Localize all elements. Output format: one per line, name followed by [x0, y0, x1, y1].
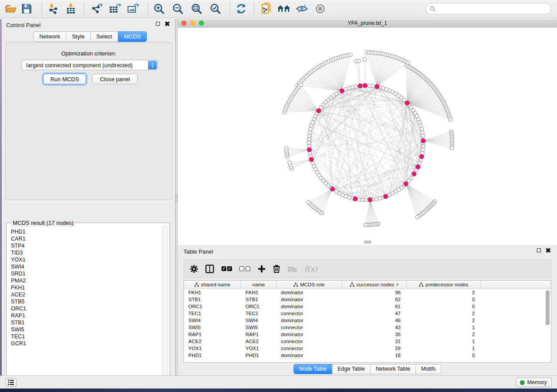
network-node[interactable] — [308, 134, 311, 138]
network-node[interactable] — [288, 161, 291, 164]
mcds-hub-node[interactable] — [307, 148, 311, 152]
network-node[interactable] — [308, 131, 311, 134]
table-row[interactable]: ACE2ACE2connector311 — [184, 338, 551, 345]
network-node[interactable] — [371, 84, 375, 88]
criterion-select[interactable]: largest connected component (undirected)… — [21, 60, 158, 70]
mcds-hub-node[interactable] — [363, 83, 367, 88]
zoom-fit-icon[interactable] — [189, 2, 204, 16]
mcds-result-item[interactable]: SWI4 — [11, 263, 26, 270]
network-node[interactable] — [363, 223, 367, 227]
export-image-icon[interactable] — [126, 2, 141, 16]
network-node[interactable] — [375, 197, 378, 201]
network-node[interactable] — [364, 198, 368, 202]
network-node[interactable] — [415, 215, 419, 219]
network-node[interactable] — [361, 198, 364, 202]
network-node[interactable] — [310, 124, 313, 127]
tab-edge-table[interactable]: Edge Table — [332, 364, 370, 374]
delete-column-trash-icon[interactable] — [273, 265, 280, 273]
network-node[interactable] — [363, 58, 367, 61]
network-node[interactable] — [381, 86, 385, 90]
close-panel-icon[interactable]: ✖ — [545, 248, 551, 252]
close-panel-icon[interactable]: ✖ — [164, 22, 170, 26]
network-node[interactable] — [450, 146, 454, 150]
mcds-hub-node[interactable] — [421, 138, 426, 143]
network-node[interactable] — [347, 86, 351, 90]
network-node[interactable] — [378, 196, 381, 200]
zoom-in-icon[interactable] — [152, 2, 166, 16]
table-row[interactable]: SWI4SWI4dominator462 — [184, 317, 551, 324]
show-panel-eye-icon[interactable] — [313, 2, 328, 16]
houses-icon[interactable] — [277, 2, 291, 16]
refresh-icon[interactable] — [234, 2, 249, 16]
select-all-columns-icon[interactable]: ✓✓ — [221, 266, 232, 271]
mcds-result-item[interactable]: YOX1 — [11, 256, 26, 263]
column-header[interactable]: MCDS role — [277, 281, 342, 289]
zoom-selected-icon[interactable] — [208, 2, 223, 16]
mcds-hub-node[interactable] — [419, 155, 424, 159]
network-node[interactable] — [419, 124, 422, 127]
mcds-result-item[interactable]: SRD1 — [11, 270, 26, 277]
zoom-out-icon[interactable] — [170, 2, 185, 16]
show-task-history-button[interactable] — [5, 378, 17, 387]
unselect-all-columns-icon[interactable] — [239, 266, 250, 271]
column-header[interactable]: name — [241, 281, 277, 289]
network-hscroll-thumb[interactable] — [364, 241, 371, 244]
table-vscroll-thumb[interactable] — [546, 290, 550, 325]
network-node[interactable] — [357, 59, 361, 63]
mcds-hub-node[interactable] — [384, 194, 388, 199]
table-row[interactable]: TEC1TEC1connector472 — [184, 310, 551, 317]
mcds-hub-node[interactable] — [353, 197, 357, 201]
mcds-hub-node[interactable] — [330, 187, 335, 191]
table-row[interactable]: RAP1RAP1dominator352 — [184, 331, 551, 338]
network-node[interactable] — [307, 138, 311, 141]
network-node[interactable] — [307, 201, 310, 204]
mcds-result-item[interactable]: TID3 — [11, 249, 26, 256]
open-session-icon[interactable] — [3, 2, 18, 16]
tab-style[interactable]: Style — [66, 31, 90, 42]
save-session-icon[interactable] — [19, 2, 34, 16]
network-node[interactable] — [357, 198, 361, 201]
network-node[interactable] — [284, 147, 288, 150]
table-row[interactable]: STB1STB1dominator620 — [184, 296, 551, 303]
mcds-hub-node[interactable] — [375, 84, 379, 89]
tab-network[interactable]: Network — [33, 31, 66, 42]
table-row[interactable]: PHD1PHD1dominator180 — [184, 352, 551, 359]
table-row[interactable]: YOX1YOX1connector291 — [184, 345, 551, 352]
float-panel-icon[interactable] — [537, 248, 541, 252]
mcds-hub-node[interactable] — [416, 165, 420, 169]
mcds-hub-node[interactable] — [358, 84, 362, 88]
export-table-icon[interactable] — [107, 2, 122, 16]
mcds-result-item[interactable]: STP4 — [11, 242, 26, 249]
network-node[interactable] — [422, 144, 425, 148]
mcds-hub-node[interactable] — [316, 109, 321, 113]
mcds-hub-node[interactable] — [405, 101, 409, 105]
tab-select[interactable]: Select — [90, 31, 118, 42]
mcds-result-item[interactable]: PHD1 — [11, 228, 26, 235]
mcds-result-item[interactable]: RAP1 — [11, 312, 26, 319]
network-node[interactable] — [299, 83, 302, 86]
mcds-result-item[interactable]: GCR1 — [11, 340, 26, 347]
search-input[interactable] — [426, 3, 551, 14]
column-header[interactable]: shared name — [184, 281, 241, 289]
mcds-result-list[interactable]: PHD1CAR1STP4TID3YOX1SWI4SRD1PMA2FKH1ACE2… — [11, 228, 26, 347]
mcds-hub-node[interactable] — [340, 89, 344, 93]
network-window-titlebar[interactable]: YPA_prune.txt_1 — [178, 19, 557, 28]
table-row[interactable]: ORC1ORC1dominator610 — [184, 303, 551, 310]
memory-button[interactable]: Memory — [516, 378, 552, 387]
table-settings-gear-icon[interactable] — [190, 265, 198, 273]
network-node[interactable] — [351, 86, 354, 89]
mcds-result-item[interactable]: CAR1 — [11, 235, 26, 242]
column-header[interactable]: successor nodes▾ — [342, 281, 407, 289]
network-node[interactable] — [368, 84, 371, 87]
create-column-plus-icon[interactable] — [258, 265, 266, 273]
network-node[interactable] — [344, 87, 347, 91]
import-network-icon[interactable] — [46, 2, 61, 16]
network-node[interactable] — [418, 161, 421, 165]
mcds-result-item[interactable]: SWI5 — [11, 326, 26, 333]
network-node[interactable] — [349, 53, 352, 56]
tab-motifs[interactable]: Motifs — [415, 364, 441, 374]
network-node[interactable] — [449, 117, 452, 121]
network-node[interactable] — [421, 131, 424, 134]
mcds-result-item[interactable]: TEC1 — [11, 333, 26, 340]
import-table-icon[interactable] — [63, 2, 78, 16]
